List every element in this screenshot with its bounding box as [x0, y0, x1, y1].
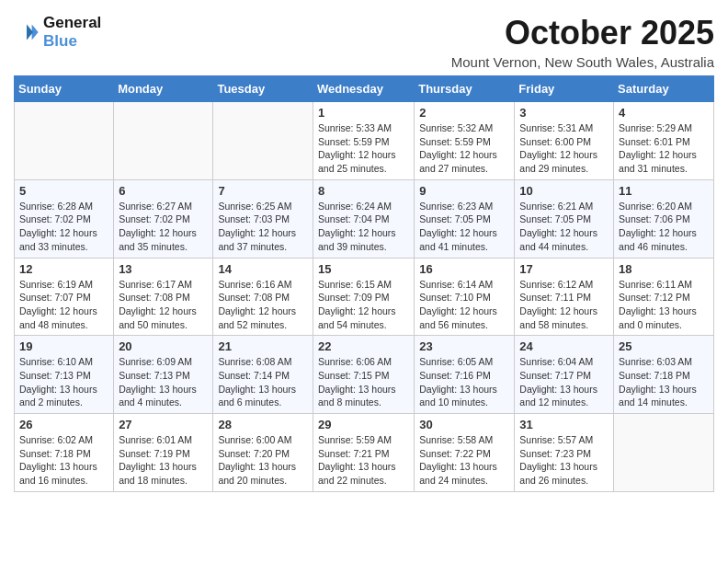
day-info: Sunrise: 6:10 AM Sunset: 7:13 PM Dayligh… — [19, 355, 108, 409]
day-info: Sunrise: 6:01 AM Sunset: 7:19 PM Dayligh… — [119, 433, 208, 488]
day-number: 27 — [119, 418, 208, 431]
calendar-cell: 10Sunrise: 6:21 AM Sunset: 7:05 PM Dayli… — [515, 179, 614, 258]
day-info: Sunrise: 5:31 AM Sunset: 6:00 PM Dayligh… — [519, 121, 609, 176]
weekday-header-tuesday: Tuesday — [213, 76, 313, 102]
calendar-cell: 5Sunrise: 6:28 AM Sunset: 7:02 PM Daylig… — [15, 179, 114, 258]
day-number: 9 — [419, 184, 509, 198]
calendar-cell — [15, 102, 114, 180]
calendar-cell: 27Sunrise: 6:01 AM Sunset: 7:19 PM Dayli… — [114, 414, 213, 492]
day-number: 29 — [318, 418, 409, 431]
day-info: Sunrise: 5:58 AM Sunset: 7:22 PM Dayligh… — [419, 433, 509, 488]
day-number: 7 — [218, 184, 308, 198]
weekday-header-friday: Friday — [515, 76, 614, 102]
day-info: Sunrise: 6:09 AM Sunset: 7:13 PM Dayligh… — [119, 355, 208, 409]
calendar-cell: 3Sunrise: 5:31 AM Sunset: 6:00 PM Daylig… — [515, 102, 614, 180]
logo-text: General Blue — [43, 14, 101, 50]
day-number: 1 — [318, 106, 409, 120]
day-info: Sunrise: 6:16 AM Sunset: 7:08 PM Dayligh… — [218, 278, 308, 332]
weekday-header-wednesday: Wednesday — [313, 76, 414, 102]
logo-icon — [14, 19, 40, 45]
calendar-cell: 25Sunrise: 6:03 AM Sunset: 7:18 PM Dayli… — [614, 336, 714, 414]
day-info: Sunrise: 6:14 AM Sunset: 7:10 PM Dayligh… — [419, 278, 509, 332]
calendar-cell: 29Sunrise: 5:59 AM Sunset: 7:21 PM Dayli… — [313, 414, 414, 492]
calendar-cell — [213, 102, 313, 180]
calendar-cell: 7Sunrise: 6:25 AM Sunset: 7:03 PM Daylig… — [213, 179, 313, 258]
calendar-cell: 19Sunrise: 6:10 AM Sunset: 7:13 PM Dayli… — [15, 336, 114, 414]
day-info: Sunrise: 6:11 AM Sunset: 7:12 PM Dayligh… — [619, 278, 709, 332]
day-info: Sunrise: 6:00 AM Sunset: 7:20 PM Dayligh… — [218, 433, 308, 488]
calendar-cell — [614, 414, 714, 492]
day-number: 28 — [218, 418, 308, 431]
day-number: 5 — [19, 184, 108, 198]
location-title: Mount Vernon, New South Wales, Australia — [451, 54, 714, 70]
calendar-cell: 17Sunrise: 6:12 AM Sunset: 7:11 PM Dayli… — [515, 258, 614, 336]
day-info: Sunrise: 6:02 AM Sunset: 7:18 PM Dayligh… — [19, 433, 108, 488]
day-number: 16 — [419, 262, 509, 276]
day-info: Sunrise: 6:25 AM Sunset: 7:03 PM Dayligh… — [218, 200, 308, 254]
weekday-header-monday: Monday — [114, 76, 213, 102]
day-info: Sunrise: 6:03 AM Sunset: 7:18 PM Dayligh… — [619, 355, 709, 409]
calendar-cell: 31Sunrise: 5:57 AM Sunset: 7:23 PM Dayli… — [515, 414, 614, 492]
weekday-header-thursday: Thursday — [415, 76, 515, 102]
day-info: Sunrise: 6:06 AM Sunset: 7:15 PM Dayligh… — [318, 355, 409, 409]
logo: General Blue — [14, 14, 101, 50]
day-number: 30 — [419, 418, 509, 431]
day-info: Sunrise: 6:19 AM Sunset: 7:07 PM Dayligh… — [19, 278, 108, 332]
day-number: 13 — [119, 262, 208, 276]
day-info: Sunrise: 6:05 AM Sunset: 7:16 PM Dayligh… — [419, 355, 509, 409]
day-info: Sunrise: 6:24 AM Sunset: 7:04 PM Dayligh… — [318, 200, 409, 254]
week-row-3: 12Sunrise: 6:19 AM Sunset: 7:07 PM Dayli… — [15, 258, 714, 336]
day-number: 15 — [318, 262, 409, 276]
calendar-cell: 20Sunrise: 6:09 AM Sunset: 7:13 PM Dayli… — [114, 336, 213, 414]
day-info: Sunrise: 5:33 AM Sunset: 5:59 PM Dayligh… — [318, 121, 409, 176]
day-info: Sunrise: 6:17 AM Sunset: 7:08 PM Dayligh… — [119, 278, 208, 332]
day-info: Sunrise: 6:21 AM Sunset: 7:05 PM Dayligh… — [519, 200, 609, 254]
page-header: General Blue October 2025 Mount Vernon, … — [14, 14, 714, 70]
day-number: 4 — [619, 106, 709, 120]
day-number: 23 — [419, 339, 509, 353]
day-number: 10 — [519, 184, 609, 198]
day-number: 11 — [619, 184, 709, 198]
calendar-cell: 26Sunrise: 6:02 AM Sunset: 7:18 PM Dayli… — [15, 414, 114, 492]
day-info: Sunrise: 6:12 AM Sunset: 7:11 PM Dayligh… — [519, 278, 609, 332]
day-number: 8 — [318, 184, 409, 198]
day-number: 22 — [318, 339, 409, 353]
day-info: Sunrise: 5:59 AM Sunset: 7:21 PM Dayligh… — [318, 433, 409, 488]
week-row-4: 19Sunrise: 6:10 AM Sunset: 7:13 PM Dayli… — [15, 336, 714, 414]
day-info: Sunrise: 6:28 AM Sunset: 7:02 PM Dayligh… — [19, 200, 108, 254]
calendar-cell: 6Sunrise: 6:27 AM Sunset: 7:02 PM Daylig… — [114, 179, 213, 258]
day-info: Sunrise: 6:20 AM Sunset: 7:06 PM Dayligh… — [619, 200, 709, 254]
weekday-header-saturday: Saturday — [614, 76, 714, 102]
title-area: October 2025 Mount Vernon, New South Wal… — [451, 14, 714, 70]
calendar-cell — [114, 102, 213, 180]
day-number: 19 — [19, 339, 108, 353]
calendar-cell: 21Sunrise: 6:08 AM Sunset: 7:14 PM Dayli… — [213, 336, 313, 414]
weekday-header-row: SundayMondayTuesdayWednesdayThursdayFrid… — [15, 76, 714, 102]
day-number: 25 — [619, 339, 709, 353]
calendar-cell: 11Sunrise: 6:20 AM Sunset: 7:06 PM Dayli… — [614, 179, 714, 258]
day-number: 2 — [419, 106, 509, 120]
day-number: 17 — [519, 262, 609, 276]
calendar-cell: 28Sunrise: 6:00 AM Sunset: 7:20 PM Dayli… — [213, 414, 313, 492]
day-info: Sunrise: 5:29 AM Sunset: 6:01 PM Dayligh… — [619, 121, 709, 176]
day-number: 14 — [218, 262, 308, 276]
calendar-cell: 9Sunrise: 6:23 AM Sunset: 7:05 PM Daylig… — [415, 179, 515, 258]
calendar-cell: 18Sunrise: 6:11 AM Sunset: 7:12 PM Dayli… — [614, 258, 714, 336]
day-number: 31 — [519, 418, 609, 431]
day-info: Sunrise: 5:57 AM Sunset: 7:23 PM Dayligh… — [519, 433, 609, 488]
week-row-5: 26Sunrise: 6:02 AM Sunset: 7:18 PM Dayli… — [15, 414, 714, 492]
day-number: 18 — [619, 262, 709, 276]
calendar-cell: 24Sunrise: 6:04 AM Sunset: 7:17 PM Dayli… — [515, 336, 614, 414]
calendar-table: SundayMondayTuesdayWednesdayThursdayFrid… — [14, 75, 714, 492]
day-info: Sunrise: 6:08 AM Sunset: 7:14 PM Dayligh… — [218, 355, 308, 409]
day-info: Sunrise: 6:15 AM Sunset: 7:09 PM Dayligh… — [318, 278, 409, 332]
month-title: October 2025 — [451, 14, 714, 52]
calendar-cell: 22Sunrise: 6:06 AM Sunset: 7:15 PM Dayli… — [313, 336, 414, 414]
week-row-2: 5Sunrise: 6:28 AM Sunset: 7:02 PM Daylig… — [15, 179, 714, 258]
day-number: 20 — [119, 339, 208, 353]
day-number: 24 — [519, 339, 609, 353]
calendar-cell: 23Sunrise: 6:05 AM Sunset: 7:16 PM Dayli… — [415, 336, 515, 414]
day-number: 12 — [19, 262, 108, 276]
calendar-cell: 12Sunrise: 6:19 AM Sunset: 7:07 PM Dayli… — [15, 258, 114, 336]
weekday-header-sunday: Sunday — [15, 76, 114, 102]
